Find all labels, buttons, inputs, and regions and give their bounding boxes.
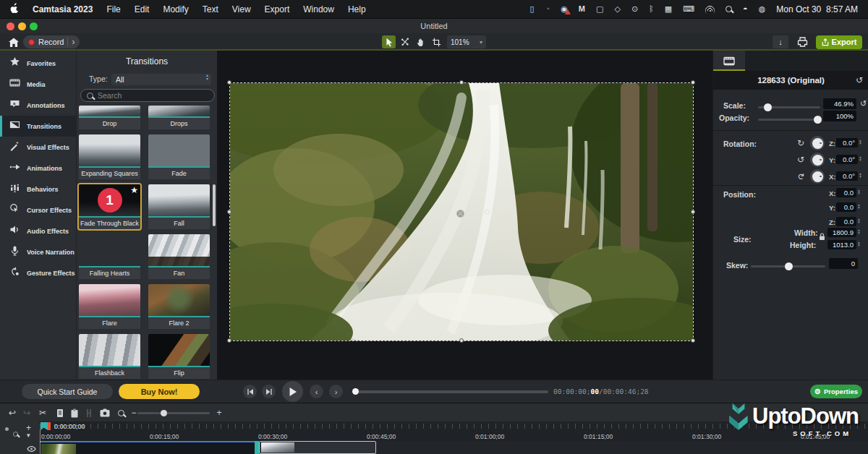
sidebar-item-visual-effects[interactable]: Visual Effects [0,137,76,158]
menu-item-window[interactable]: Window [303,4,334,14]
support-swirl-icon[interactable]: ◔ [545,5,550,13]
panel-scrollbar[interactable] [213,184,216,226]
previous-frame-button[interactable] [243,385,257,398]
transition-card-expanding-squares[interactable]: Expanding Squares [79,134,140,179]
split-button[interactable] [82,406,95,419]
export-button[interactable]: Export [816,35,862,49]
play-circle-icon[interactable]: ⊙ [631,5,638,13]
battery-icon[interactable]: ▦ [665,5,672,13]
transition-card-flare[interactable]: Flare [79,284,140,329]
type-select[interactable]: All ▴▾ [111,74,211,85]
skew-value[interactable]: 0 [829,258,858,269]
resize-handle-ne[interactable] [691,80,695,85]
resize-handle-e[interactable] [691,210,695,214]
playhead-flag[interactable] [41,422,48,430]
sidebar-item-transitions[interactable]: Transitions [0,116,76,137]
rotation-dial-y[interactable] [810,153,825,167]
resize-handle-se[interactable] [691,338,695,343]
properties-toggle-button[interactable]: ⚙ Properties [810,385,862,398]
transition-card-fade[interactable]: Fade [148,134,210,179]
wifi-icon[interactable] [705,6,715,13]
zoom-tool-icon[interactable] [114,406,127,419]
lock-aspect-icon[interactable] [819,233,825,242]
rotation-z-value[interactable]: 0.0° [836,138,858,147]
media-clip-1[interactable] [40,441,255,454]
search-icon[interactable] [726,6,732,12]
menubar-app-name[interactable]: Camtasia 2023 [33,4,93,14]
home-button[interactable] [7,35,20,48]
rotation-dial-z[interactable] [810,136,825,150]
playback-progress-slider[interactable] [353,390,548,393]
stepper-icon[interactable]: ▴▾ [859,172,861,178]
video-preview[interactable] [230,83,693,340]
previous-clip-button[interactable]: ‹ [310,385,323,398]
menu-item-view[interactable]: View [232,4,251,14]
reset-all-icon[interactable]: ↺ [856,75,863,85]
fast-user-switch-icon[interactable]: ◓ [743,5,748,13]
rotate-y-icon[interactable]: ↺ [797,155,804,165]
transition-card-fall[interactable]: Fall [148,184,210,229]
transition-card-flashback[interactable]: Flashback [79,334,140,379]
track-visibility-eye-icon[interactable] [27,442,36,454]
skew-slider[interactable] [751,265,825,267]
undo-button[interactable]: ↩ [6,406,19,419]
stepper-icon[interactable]: ▴▾ [859,139,861,145]
sidebar-item-behaviors[interactable]: Behaviors [0,179,76,200]
progress-thumb[interactable] [352,388,359,395]
width-value[interactable]: 1800.9 [827,228,856,237]
stepper-icon[interactable]: ▴▾ [858,203,860,209]
transition-card-drops[interactable]: Drops [148,106,210,129]
resize-handle-sw[interactable] [227,338,231,343]
editing-canvas[interactable] [217,51,712,380]
chevron-right-icon[interactable]: › [72,37,75,47]
stepper-icon[interactable]: ▴▾ [859,155,861,161]
transition-card-falling-hearts[interactable]: Falling Hearts [79,234,140,279]
tab-media-properties[interactable] [713,51,745,71]
search-input[interactable] [98,91,199,100]
maxon-icon[interactable]: M [579,5,585,13]
next-clip-button[interactable]: › [329,385,343,398]
menu-item-file[interactable]: File [106,4,120,14]
timeline-zoom-slider[interactable] [137,412,210,414]
next-frame-button[interactable] [262,385,276,398]
rotation-dial-x[interactable] [810,169,825,184]
screenshot-button[interactable] [98,406,111,419]
cut-button[interactable]: ✂ [36,406,49,419]
rotation-y-value[interactable]: 0.0° [836,155,858,164]
menu-item-export[interactable]: Export [265,4,290,14]
download-button[interactable]: ↓ [773,35,788,48]
scale-value[interactable]: 46.9% [823,98,856,109]
rotation-anchor-icon[interactable] [456,208,465,221]
pan-tool-button[interactable] [414,35,427,48]
siri-icon[interactable]: ◍ [759,5,766,13]
transition-card-drop[interactable]: Drop [79,106,140,129]
transition-card-fade-through-black[interactable]: 1★Fade Through Black [79,184,140,229]
rotation-x-value[interactable]: 0.0° [836,171,858,181]
collapse-tracks-button[interactable]: ▾ [27,432,30,439]
sidebar-item-gesture-effects[interactable]: Gesture Effects [0,262,76,283]
favorite-star-icon[interactable]: ★ [130,185,138,195]
rotate-z-icon[interactable]: ↻ [797,138,804,148]
copy-button[interactable] [54,406,67,419]
bluetooth-icon[interactable]: ᛒ [649,5,654,13]
transition-card-fan[interactable]: Fan [148,234,210,279]
menu-item-help[interactable]: Help [348,4,366,14]
height-value[interactable]: 1013.0 [827,240,856,249]
media-clip-2[interactable] [259,441,376,454]
apple-logo-icon[interactable] [10,3,19,15]
select-tool-button[interactable] [382,35,396,48]
paste-button[interactable] [68,406,81,419]
playhead-out-marker[interactable] [48,422,51,430]
folder-icon[interactable]: ▢ [596,5,603,13]
buy-now-button[interactable]: Buy Now! [119,384,200,399]
play-button[interactable] [282,381,303,402]
position-y-value[interactable]: 0.0 [836,202,856,212]
crop-tool-button[interactable] [430,35,443,48]
resize-handle-n[interactable] [459,80,464,85]
display-icon[interactable]: ▯ [530,5,535,13]
shield-icon[interactable]: ◇ [614,5,620,13]
playhead-stem[interactable] [40,429,41,454]
transition-card-flip[interactable]: Flip [148,334,210,379]
sidebar-item-voice-narration[interactable]: Voice Narration [0,241,76,262]
resize-handle-w[interactable] [227,210,231,214]
